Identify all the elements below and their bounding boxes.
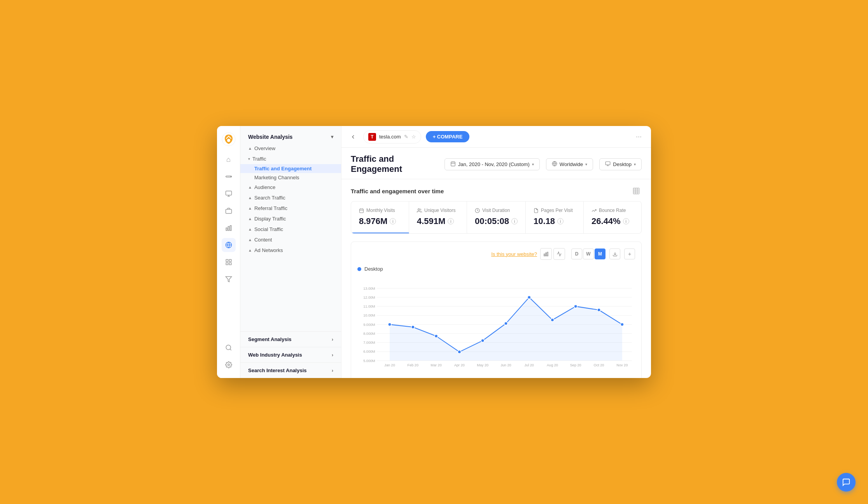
sidebar-traffic-engagement[interactable]: Traffic and Engagement bbox=[240, 164, 341, 173]
sidebar-audience[interactable]: ▲ Audience bbox=[240, 182, 341, 192]
monthly-button[interactable]: M bbox=[595, 248, 606, 259]
app-logo[interactable] bbox=[222, 132, 236, 146]
monthly-visits-info[interactable]: i bbox=[390, 218, 396, 224]
svg-point-1 bbox=[227, 139, 230, 142]
svg-point-16 bbox=[228, 364, 229, 366]
back-button[interactable] bbox=[348, 131, 359, 142]
stat-unique-visitors[interactable]: Unique Visitors 4.591M i bbox=[409, 201, 467, 233]
device-filter[interactable]: Desktop ▾ bbox=[599, 158, 642, 170]
sidebar-search-traffic[interactable]: ▲ Search Traffic bbox=[240, 192, 341, 203]
chevron-right-icon: › bbox=[332, 352, 333, 358]
date-filter-label: Jan, 2020 - Nov, 2020 (Custom) bbox=[458, 161, 530, 167]
svg-text:Nov 20: Nov 20 bbox=[616, 363, 628, 367]
svg-marker-13 bbox=[226, 276, 231, 282]
stat-visit-duration[interactable]: Visit Duration 00:05:08 i bbox=[467, 201, 526, 233]
region-filter[interactable]: Worldwide ▾ bbox=[546, 158, 593, 170]
sidebar-referral-traffic[interactable]: ▲ Referral Traffic bbox=[240, 203, 341, 214]
unique-visitors-label: Unique Visitors bbox=[424, 208, 455, 213]
star-icon[interactable]: ☆ bbox=[411, 134, 416, 140]
svg-text:8.000M: 8.000M bbox=[363, 332, 375, 336]
sidebar-display-traffic[interactable]: ▲ Display Traffic bbox=[240, 214, 341, 224]
bar-chart-button[interactable] bbox=[540, 248, 552, 260]
chevron-up-icon: ▲ bbox=[248, 185, 252, 189]
monitor-icon[interactable] bbox=[222, 187, 236, 201]
content-area: Traffic and engagement over time Monthly… bbox=[341, 179, 651, 378]
briefcase-icon[interactable] bbox=[222, 204, 236, 218]
stats-cards: Monthly Visits 8.976M i Unique Visitors … bbox=[351, 201, 642, 234]
sidebar-website-analysis[interactable]: Website Analysis ▾ bbox=[240, 126, 341, 143]
pages-per-visit-value: 10.18 bbox=[534, 216, 555, 226]
sub-header: Traffic and Engagement Jan, 2020 - Nov, … bbox=[341, 148, 651, 179]
svg-point-68 bbox=[621, 323, 624, 326]
chevron-up-icon: ▲ bbox=[248, 238, 252, 242]
svg-line-15 bbox=[230, 349, 231, 350]
chevron-up-icon: ▲ bbox=[248, 217, 252, 221]
svg-text:Mar 20: Mar 20 bbox=[430, 363, 441, 367]
sidebar-segment-analysis[interactable]: Segment Analysis › bbox=[240, 331, 341, 347]
bounce-rate-info[interactable]: i bbox=[623, 218, 629, 224]
svg-point-66 bbox=[574, 305, 577, 308]
search-icon[interactable] bbox=[222, 341, 236, 355]
sidebar-content[interactable]: ▲ Content bbox=[240, 234, 341, 245]
sidebar-social-traffic[interactable]: ▲ Social Traffic bbox=[240, 224, 341, 234]
svg-text:11.00M: 11.00M bbox=[363, 304, 375, 308]
stat-monthly-visits[interactable]: Monthly Visits 8.976M i bbox=[351, 201, 409, 233]
svg-rect-10 bbox=[229, 259, 231, 261]
sidebar-search-interest[interactable]: Search Interest Analysis › bbox=[240, 362, 341, 378]
globe-icon[interactable] bbox=[222, 238, 236, 252]
stat-pages-per-visit[interactable]: Pages Per Visit 10.18 i bbox=[526, 201, 584, 233]
download-button[interactable] bbox=[609, 248, 620, 259]
daily-button[interactable]: D bbox=[571, 248, 582, 259]
page-title: Traffic and Engagement bbox=[351, 154, 438, 174]
claim-website-link[interactable]: Is this your website? bbox=[357, 251, 537, 257]
chevron-up-icon: ▲ bbox=[248, 146, 252, 150]
chevron-up-icon: ▲ bbox=[248, 196, 252, 200]
bounce-rate-label: Bounce Rate bbox=[599, 208, 626, 213]
grid-icon[interactable] bbox=[222, 255, 236, 269]
unique-visitors-info[interactable]: i bbox=[448, 218, 454, 224]
visit-duration-info[interactable]: i bbox=[511, 218, 518, 224]
svg-rect-11 bbox=[226, 263, 228, 265]
settings-icon[interactable] bbox=[222, 358, 236, 372]
sidebar-web-industry[interactable]: Web Industry Analysis › bbox=[240, 347, 341, 362]
site-tab[interactable]: T tesla.com ✎ ☆ bbox=[363, 130, 421, 144]
weekly-button[interactable]: W bbox=[583, 248, 594, 259]
svg-text:10.00M: 10.00M bbox=[363, 313, 375, 317]
svg-point-61 bbox=[458, 350, 461, 354]
more-options-button[interactable]: ··· bbox=[633, 131, 645, 142]
svg-text:Jan 20: Jan 20 bbox=[384, 363, 395, 367]
sidebar-ad-networks[interactable]: ▲ Ad Networks bbox=[240, 245, 341, 256]
date-filter[interactable]: Jan, 2020 - Nov, 2020 (Custom) ▾ bbox=[444, 158, 540, 170]
legend-label-desktop: Desktop bbox=[364, 266, 383, 272]
chat-fab-button[interactable] bbox=[837, 473, 856, 492]
svg-text:Sep 20: Sep 20 bbox=[570, 363, 581, 367]
sidebar-marketing-channels[interactable]: Marketing Channels bbox=[240, 173, 341, 182]
svg-point-33 bbox=[418, 208, 420, 210]
filter-icon[interactable] bbox=[222, 272, 236, 286]
site-name: tesla.com bbox=[379, 134, 401, 140]
svg-point-58 bbox=[388, 323, 391, 326]
export-excel-button[interactable] bbox=[631, 186, 642, 196]
pages-per-visit-info[interactable]: i bbox=[557, 218, 564, 224]
region-filter-label: Worldwide bbox=[560, 161, 583, 167]
svg-text:May 20: May 20 bbox=[477, 363, 488, 367]
chevron-right-icon: › bbox=[332, 368, 333, 373]
chart-legend: Desktop bbox=[357, 266, 635, 272]
svg-text:7.000M: 7.000M bbox=[363, 341, 375, 345]
compare-button[interactable]: + COMPARE bbox=[426, 131, 470, 142]
megaphone-icon[interactable] bbox=[222, 170, 236, 184]
edit-icon[interactable]: ✎ bbox=[404, 134, 408, 140]
home-icon[interactable]: ⌂ bbox=[222, 152, 236, 166]
line-chart-button[interactable] bbox=[553, 248, 565, 260]
svg-point-62 bbox=[481, 339, 484, 342]
add-button[interactable]: + bbox=[624, 248, 635, 259]
svg-point-64 bbox=[528, 296, 531, 299]
sidebar-overview[interactable]: ▲ Overview bbox=[240, 143, 341, 154]
svg-point-59 bbox=[411, 326, 415, 329]
chart-bar-icon[interactable] bbox=[222, 221, 236, 235]
legend-dot-desktop bbox=[357, 267, 361, 271]
stat-bounce-rate[interactable]: Bounce Rate 26.44% i bbox=[584, 201, 641, 233]
main-content: T tesla.com ✎ ☆ + COMPARE ··· Traffic an… bbox=[341, 126, 651, 378]
chevron-up-icon: ▲ bbox=[248, 248, 252, 252]
sidebar-traffic[interactable]: ▾ Traffic bbox=[240, 154, 341, 164]
